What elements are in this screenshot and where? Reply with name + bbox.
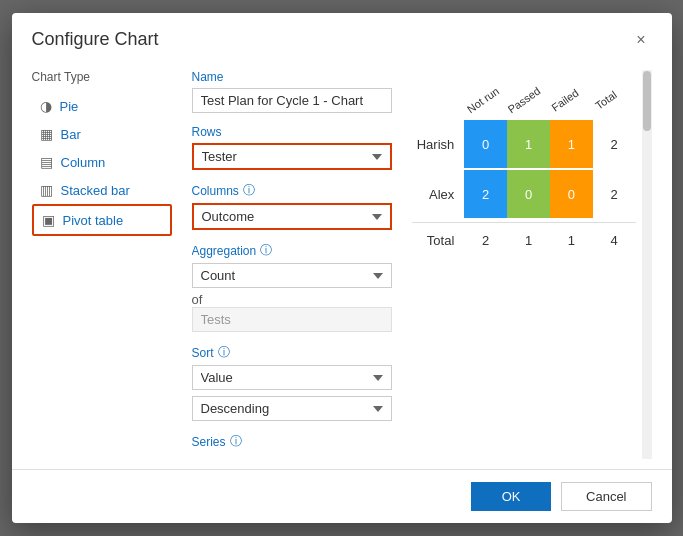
row-label-harish: Harish [412,137,465,152]
dialog-header: Configure Chart × [12,13,672,60]
column-icon: ▤ [40,154,53,170]
chart-type-pivot-table[interactable]: ▣ Pivot table [32,204,172,236]
form-panel: Name Rows Tester Outcome Priority Column… [192,70,392,459]
total-all: 4 [593,233,636,248]
series-info-icon: ⓘ [230,433,242,450]
chart-type-title: Chart Type [32,70,172,84]
sort-label: Sort ⓘ [192,344,392,361]
pivot-row-alex: Alex 2 0 0 2 [412,170,636,218]
sort-select[interactable]: Value Label [192,365,392,390]
columns-label: Columns ⓘ [192,182,392,199]
aggregation-label: Aggregation ⓘ [192,242,392,259]
pivot-table-icon: ▣ [42,212,55,228]
columns-select[interactable]: Outcome Tester Priority [192,203,392,230]
cell-harish-passed: 1 [507,120,550,168]
chart-type-panel: Chart Type ◑ Pie ▦ Bar ▤ Column ▥ Stacke… [32,70,172,459]
chart-type-bar-label: Bar [61,127,81,142]
row-label-alex: Alex [412,187,465,202]
pivot-total-row: Total 2 1 1 4 [412,222,636,254]
aggregation-select[interactable]: Count Sum [192,263,392,288]
cell-alex-total: 2 [593,170,636,218]
pivot-row-harish: Harish 0 1 1 2 [412,120,636,168]
cell-harish-notrun: 0 [464,120,507,168]
rows-label: Rows [192,125,392,139]
pivot-body: Harish 0 1 1 2 Alex 2 0 0 2 [412,120,636,218]
rows-select[interactable]: Tester Outcome Priority [192,143,392,170]
pivot-chart: Not run Passed Failed Total Harish 0 1 1… [412,70,652,459]
cell-alex-passed: 0 [507,170,550,218]
cancel-button[interactable]: Cancel [561,482,651,511]
chart-type-stacked-bar-label: Stacked bar [61,183,130,198]
chart-type-column[interactable]: ▤ Column [32,148,172,176]
total-failed: 1 [550,233,593,248]
scrollbar[interactable] [642,70,652,459]
dialog-title: Configure Chart [32,29,159,50]
series-label: Series ⓘ [192,433,392,450]
chart-type-pivot-table-label: Pivot table [63,213,124,228]
close-button[interactable]: × [630,30,651,50]
chart-type-column-label: Column [61,155,106,170]
configure-chart-dialog: Configure Chart × Chart Type ◑ Pie ▦ Bar… [12,13,672,523]
cell-harish-failed: 1 [550,120,593,168]
sort-direction-select[interactable]: Descending Ascending [192,396,392,421]
chart-type-bar[interactable]: ▦ Bar [32,120,172,148]
cell-harish-total: 2 [593,120,636,168]
dialog-footer: OK Cancel [12,469,672,523]
of-text: of [192,292,392,307]
sort-info-icon: ⓘ [218,344,230,361]
pie-icon: ◑ [40,98,52,114]
pivot-header-row: Not run Passed Failed Total [472,70,636,120]
name-input[interactable] [192,88,392,113]
chart-type-pie-label: Pie [60,99,79,114]
total-passed: 1 [507,233,550,248]
columns-info-icon: ⓘ [243,182,255,199]
chart-type-stacked-bar[interactable]: ▥ Stacked bar [32,176,172,204]
total-label: Total [412,233,465,248]
stacked-bar-icon: ▥ [40,182,53,198]
cell-alex-failed: 0 [550,170,593,218]
ok-button[interactable]: OK [471,482,551,511]
name-label: Name [192,70,392,84]
cell-alex-notrun: 2 [464,170,507,218]
bar-icon: ▦ [40,126,53,142]
chart-type-pie[interactable]: ◑ Pie [32,92,172,120]
total-notrun: 2 [464,233,507,248]
dialog-body: Chart Type ◑ Pie ▦ Bar ▤ Column ▥ Stacke… [12,60,672,469]
pivot-chart-panel: Not run Passed Failed Total Harish 0 1 1… [412,70,652,459]
aggregation-info-icon: ⓘ [260,242,272,259]
scroll-thumb[interactable] [643,71,651,131]
of-input [192,307,392,332]
